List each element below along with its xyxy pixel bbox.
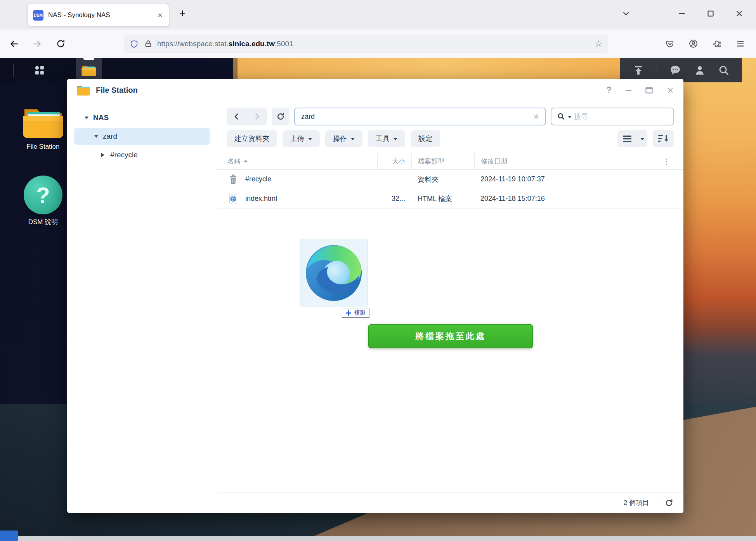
sort-button[interactable] bbox=[653, 130, 674, 147]
trash-icon bbox=[227, 174, 239, 184]
refresh-button[interactable] bbox=[272, 108, 290, 125]
button-label: 上傳 bbox=[290, 134, 304, 143]
chevron-down-icon bbox=[621, 9, 631, 19]
reload-icon bbox=[56, 39, 66, 49]
minimize-icon bbox=[626, 90, 631, 91]
search-input[interactable]: 搜尋 bbox=[551, 108, 674, 125]
extensions-button[interactable] bbox=[709, 35, 726, 52]
column-header-name[interactable]: 名稱 bbox=[227, 153, 377, 169]
tree-label: #recycle bbox=[110, 151, 138, 159]
file-date: 2024-11-18 15:07:16 bbox=[474, 195, 673, 203]
main-menu-button[interactable] bbox=[24, 58, 55, 82]
edge-browser-logo bbox=[305, 244, 363, 302]
caret-down-icon bbox=[85, 117, 88, 121]
sort-ascending-icon bbox=[244, 158, 248, 162]
menu-button[interactable] bbox=[732, 35, 749, 52]
column-options-button[interactable]: ⋮ bbox=[659, 153, 673, 169]
chevron-left-icon bbox=[233, 113, 241, 120]
forward-button-disabled[interactable] bbox=[247, 108, 267, 125]
maximize-button[interactable] bbox=[645, 87, 653, 94]
tooltip-label: 複製 bbox=[354, 309, 366, 317]
drop-files-here-target[interactable]: 將檔案拖至此處 bbox=[368, 324, 533, 348]
search-scope-caret-icon[interactable] bbox=[568, 116, 571, 120]
file-date: 2024-11-19 10:07:37 bbox=[474, 175, 673, 183]
file-list-pane: zard ★ 搜尋 建立資料夾 bbox=[217, 101, 683, 513]
taskbar-divider bbox=[13, 64, 14, 77]
desktop-icon-dsm-help[interactable]: ? DSM 說明 bbox=[14, 176, 72, 226]
file-drop-area[interactable]: 複製 將檔案拖至此處 bbox=[217, 209, 683, 492]
favorite-star-icon[interactable]: ★ bbox=[532, 112, 540, 121]
table-row-index-html[interactable]: index.html 32... HTML 檔案 2024-11-18 15:0… bbox=[217, 189, 683, 209]
question-mark-icon: ? bbox=[24, 176, 62, 214]
desktop-icon-label: File Station bbox=[14, 143, 72, 151]
chevron-right-icon bbox=[253, 113, 261, 120]
back-button[interactable] bbox=[227, 108, 247, 125]
path-input[interactable]: zard ★ bbox=[294, 108, 546, 125]
tree-node-zard-selected[interactable]: zard bbox=[74, 128, 210, 145]
list-all-tabs-button[interactable] bbox=[621, 9, 631, 19]
refresh-icon bbox=[665, 499, 673, 507]
column-header-type[interactable]: 檔案類型 bbox=[411, 153, 474, 169]
window-maximize-button[interactable] bbox=[706, 9, 716, 19]
close-icon bbox=[157, 12, 163, 19]
folder-tree-sidebar: NAS zard #recycle bbox=[67, 101, 217, 513]
os-taskbar-blue-item bbox=[0, 531, 18, 541]
html-file-icon bbox=[227, 194, 239, 204]
forward-button[interactable] bbox=[29, 35, 46, 52]
question-glyph: ? bbox=[36, 182, 50, 208]
table-row-recycle[interactable]: #recycle 資料夾 2024-11-19 10:07:37 bbox=[217, 170, 683, 189]
upload-menu-button[interactable]: 上傳 bbox=[283, 130, 320, 147]
tree-node-recycle[interactable]: #recycle bbox=[67, 147, 217, 163]
plus-icon bbox=[346, 310, 351, 316]
back-arrow-icon bbox=[9, 39, 19, 49]
view-mode-caret[interactable] bbox=[637, 130, 647, 147]
tab-close-button[interactable] bbox=[157, 12, 163, 19]
back-button[interactable] bbox=[5, 35, 23, 52]
dragged-file-ghost bbox=[300, 239, 368, 307]
column-header-size[interactable]: 大小 bbox=[377, 153, 411, 169]
pocket-button[interactable] bbox=[661, 35, 678, 52]
app-launcher-icon bbox=[34, 64, 45, 76]
item-count: 2 個項目 bbox=[624, 498, 649, 507]
help-button[interactable]: ? bbox=[606, 85, 612, 96]
search-button[interactable] bbox=[718, 58, 730, 82]
account-icon bbox=[688, 39, 698, 49]
caret-down-icon bbox=[308, 138, 312, 142]
account-button[interactable] bbox=[694, 58, 706, 82]
hamburger-icon bbox=[736, 39, 745, 49]
window-close-button[interactable] bbox=[734, 9, 744, 19]
column-label: 修改日期 bbox=[481, 157, 507, 166]
browser-tab[interactable]: DSM NAS - Synology NAS bbox=[27, 4, 169, 26]
minimize-button[interactable] bbox=[626, 90, 631, 91]
desktop-icon-file-station[interactable]: File Station bbox=[14, 104, 72, 151]
create-folder-button[interactable]: 建立資料夾 bbox=[227, 130, 277, 147]
reload-button[interactable] bbox=[52, 35, 69, 52]
chat-bubble-icon bbox=[669, 64, 681, 76]
tab-title: NAS - Synology NAS bbox=[48, 11, 157, 19]
caret-down-icon bbox=[394, 138, 397, 142]
settings-button[interactable]: 設定 bbox=[411, 130, 440, 147]
tools-menu-button[interactable]: 工具 bbox=[368, 130, 405, 147]
window-titlebar[interactable]: File Station ? bbox=[67, 79, 683, 101]
status-bar: 2 個項目 bbox=[217, 492, 683, 513]
url-domain: sinica.edu.tw bbox=[229, 40, 275, 48]
navigation-toolbar: zard ★ 搜尋 bbox=[227, 108, 674, 125]
new-tab-button[interactable] bbox=[178, 9, 187, 18]
file-station-icon bbox=[81, 64, 97, 77]
caret-down-icon bbox=[94, 135, 98, 140]
action-menu-button[interactable]: 操作 bbox=[325, 130, 362, 147]
window-minimize-button[interactable] bbox=[677, 9, 687, 19]
refresh-icon bbox=[276, 112, 285, 121]
close-button[interactable] bbox=[667, 87, 674, 94]
view-mode-button[interactable] bbox=[617, 130, 647, 147]
tree-node-nas[interactable]: NAS bbox=[67, 111, 217, 125]
refresh-list-button[interactable] bbox=[665, 499, 673, 507]
tree-label: NAS bbox=[93, 113, 109, 122]
account-button[interactable] bbox=[685, 35, 702, 52]
column-label: 檔案類型 bbox=[418, 157, 444, 166]
column-header-date[interactable]: 修改日期 bbox=[474, 153, 659, 169]
file-station-window: File Station ? NAS bbox=[67, 79, 683, 513]
url-bar[interactable]: https://webspace.stat.sinica.edu.tw:5001… bbox=[124, 35, 608, 53]
button-label: 工具 bbox=[376, 134, 390, 143]
bookmark-star-button[interactable]: ☆ bbox=[595, 39, 602, 49]
